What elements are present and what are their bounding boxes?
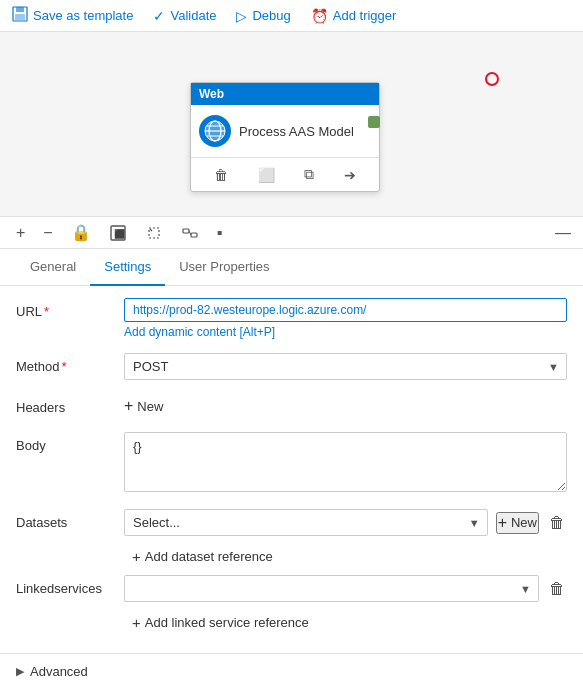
add-dynamic-content-link[interactable]: Add dynamic content [Alt+P] — [124, 325, 567, 339]
add-button[interactable]: + — [12, 222, 29, 244]
node-footer: 🗑 ⬜ ⧉ ➔ — [191, 157, 379, 191]
debug-icon: ▷ — [236, 8, 247, 24]
body-textarea[interactable]: {} — [124, 432, 567, 492]
body-control-wrap: {} — [124, 432, 567, 495]
advanced-section[interactable]: ▶ Advanced — [0, 653, 583, 689]
save-template-button[interactable]: Save as template — [12, 6, 133, 25]
linkedservices-select-wrap: ▼ — [124, 575, 539, 602]
node-icon — [199, 115, 231, 147]
advanced-chevron-icon: ▶ — [16, 665, 24, 678]
method-control-wrap: GET POST PUT DELETE PATCH ▼ — [124, 353, 567, 380]
url-row: URL* Add dynamic content [Alt+P] — [16, 298, 567, 339]
add-dataset-reference-label: Add dataset reference — [145, 549, 273, 564]
url-label: URL* — [16, 298, 116, 319]
tab-general-label: General — [30, 259, 76, 274]
datasets-select-wrap: Select... ▼ — [124, 509, 488, 536]
headers-new-label: New — [137, 399, 163, 414]
zoom-fit-button[interactable]: ⬛ — [105, 222, 131, 244]
linkedservices-delete-button[interactable]: 🗑 — [547, 578, 567, 600]
select-button[interactable] — [141, 222, 167, 244]
datasets-label: Datasets — [16, 509, 116, 530]
canvas-area: Web Process AAS Model 🗑 ⬜ ⧉ ➔ — [0, 32, 583, 217]
datasets-controls: Select... ▼ + New 🗑 — [124, 509, 567, 536]
method-label: Method* — [16, 353, 116, 374]
toolbar: Save as template ✓ Validate ▷ Debug ⏰ Ad… — [0, 0, 583, 32]
node-duplicate-button[interactable]: ⧉ — [300, 164, 318, 185]
grid-button[interactable]: ▪ — [213, 222, 227, 244]
add-linkedservice-ref-row: + Add linked service reference — [16, 610, 567, 635]
mini-toolbar: + − 🔒 ⬛ ▪ — — [0, 217, 583, 249]
add-linkedservice-reference-label: Add linked service reference — [145, 615, 309, 630]
node-copy-button[interactable]: ⬜ — [254, 165, 279, 185]
add-dataset-plus-icon: + — [132, 548, 141, 565]
node-body: Process AAS Model — [191, 105, 379, 157]
node-status-dot — [368, 116, 380, 128]
node-header-label: Web — [199, 87, 224, 101]
add-linkedservice-reference-button[interactable]: + Add linked service reference — [124, 610, 317, 635]
layout-button[interactable] — [177, 222, 203, 244]
tab-settings-label: Settings — [104, 259, 151, 274]
headers-row: Headers + New — [16, 394, 567, 418]
datasets-new-plus-icon: + — [498, 514, 507, 532]
url-control-wrap: Add dynamic content [Alt+P] — [124, 298, 567, 339]
collapse-button[interactable]: — — [555, 224, 571, 242]
body-label: Body — [16, 432, 116, 453]
svg-text:⬛: ⬛ — [114, 228, 126, 240]
tab-general[interactable]: General — [16, 249, 90, 286]
datasets-delete-button[interactable]: 🗑 — [547, 512, 567, 534]
notification-dot — [485, 72, 499, 86]
tab-user-properties[interactable]: User Properties — [165, 249, 283, 286]
url-required: * — [44, 304, 49, 319]
datasets-row: Datasets Select... ▼ + New 🗑 — [16, 509, 567, 536]
svg-rect-10 — [183, 229, 189, 233]
url-input[interactable] — [124, 298, 567, 322]
linkedservices-controls: ▼ 🗑 — [124, 575, 567, 602]
svg-rect-11 — [191, 233, 197, 237]
method-select-wrap: GET POST PUT DELETE PATCH ▼ — [124, 353, 567, 380]
tabs: General Settings User Properties — [0, 249, 583, 286]
headers-new-plus-icon: + — [124, 398, 133, 414]
tab-settings[interactable]: Settings — [90, 249, 165, 286]
svg-rect-1 — [16, 7, 24, 12]
add-trigger-label: Add trigger — [333, 8, 397, 23]
linkedservices-select[interactable] — [124, 575, 539, 602]
node-card: Web Process AAS Model 🗑 ⬜ ⧉ ➔ — [190, 82, 380, 192]
linkedservices-row: Linkedservices ▼ 🗑 — [16, 575, 567, 602]
add-linkedservice-plus-icon: + — [132, 614, 141, 631]
remove-button[interactable]: − — [39, 222, 56, 244]
save-template-icon — [12, 6, 28, 25]
save-template-label: Save as template — [33, 8, 133, 23]
headers-label: Headers — [16, 394, 116, 415]
datasets-select[interactable]: Select... — [124, 509, 488, 536]
advanced-label: Advanced — [30, 664, 88, 679]
node-header: Web — [191, 83, 379, 105]
method-select[interactable]: GET POST PUT DELETE PATCH — [124, 353, 567, 380]
linkedservices-label: Linkedservices — [16, 575, 116, 596]
debug-button[interactable]: ▷ Debug — [236, 8, 290, 24]
svg-rect-2 — [15, 14, 25, 20]
method-required: * — [61, 359, 66, 374]
body-row: Body {} — [16, 432, 567, 495]
datasets-new-button[interactable]: + New — [496, 512, 539, 534]
node-delete-button[interactable]: 🗑 — [210, 165, 232, 185]
validate-label: Validate — [170, 8, 216, 23]
debug-label: Debug — [252, 8, 290, 23]
add-trigger-icon: ⏰ — [311, 8, 328, 24]
add-trigger-button[interactable]: ⏰ Add trigger — [311, 8, 397, 24]
add-dataset-ref-row: + Add dataset reference — [16, 544, 567, 569]
headers-control-wrap: + New — [124, 394, 567, 418]
add-dataset-reference-button[interactable]: + Add dataset reference — [124, 544, 281, 569]
tab-user-properties-label: User Properties — [179, 259, 269, 274]
node-title: Process AAS Model — [239, 124, 354, 139]
datasets-new-label: New — [511, 515, 537, 530]
node-arrow-button[interactable]: ➔ — [340, 165, 360, 185]
validate-icon: ✓ — [153, 8, 165, 24]
headers-new-button[interactable]: + New — [124, 394, 163, 418]
method-row: Method* GET POST PUT DELETE PATCH ▼ — [16, 353, 567, 380]
form-area: URL* Add dynamic content [Alt+P] Method*… — [0, 286, 583, 653]
validate-button[interactable]: ✓ Validate — [153, 8, 216, 24]
lock-button[interactable]: 🔒 — [67, 221, 95, 244]
